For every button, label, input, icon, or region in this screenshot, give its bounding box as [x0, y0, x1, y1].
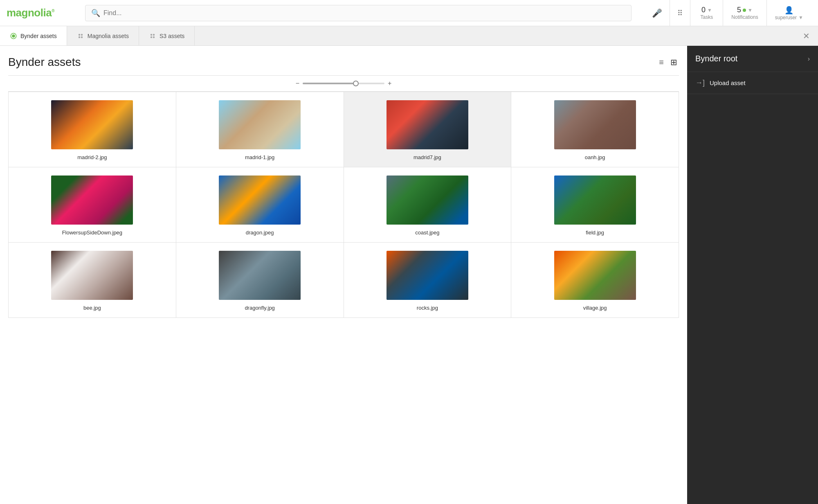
asset-thumbnail-flowers [51, 176, 133, 225]
asset-item-madrid1[interactable]: madrid-1.jpg [176, 92, 344, 167]
asset-item-dragon[interactable]: dragon.jpeg [176, 167, 344, 243]
notifications-button[interactable]: 5 ▼ Notifications [723, 0, 766, 26]
upload-asset-label: Upload asset [710, 79, 746, 86]
tab-bynder-assets[interactable]: Bynder assets [0, 26, 67, 45]
asset-item-village[interactable]: village.jpg [511, 243, 679, 318]
user-label: superuser [775, 15, 797, 20]
topbar-actions: 🎤 ⠿ 0 ▼ Tasks 5 ▼ Notifications 👤 superu… [645, 0, 811, 26]
user-icon: 👤 [784, 6, 793, 15]
zoom-slider-thumb[interactable] [353, 81, 359, 86]
search-bar[interactable]: 🔍 [85, 5, 631, 21]
asset-name-oanh: oanh.jpg [585, 154, 605, 160]
asset-grid: madrid-2.jpg madrid-1.jpg madrid7.jpg oa… [8, 92, 679, 318]
asset-thumbnail-madrid1 [219, 100, 301, 149]
logo-trademark: ® [52, 9, 54, 13]
zoom-out-button[interactable]: − [296, 80, 299, 87]
asset-thumbnail-bee [51, 251, 133, 300]
asset-thumbnail-rocks [387, 251, 468, 300]
notifications-chevron-icon: ▼ [748, 7, 753, 13]
tasks-count: 0 ▼ [701, 6, 712, 14]
apps-grid-button[interactable]: ⠿ [670, 0, 690, 26]
grid-view-button[interactable]: ⊞ [669, 56, 679, 69]
asset-thumbnail-oanh [554, 100, 636, 149]
tasks-label: Tasks [701, 14, 713, 20]
asset-item-madrid2[interactable]: madrid-2.jpg [9, 92, 176, 167]
asset-thumbnail-coast [387, 176, 468, 225]
asset-thumbnail-dragon [219, 176, 301, 225]
panel-header: Bynder root › [687, 46, 818, 72]
panel-title: Bynder root [695, 54, 737, 63]
content-area: Bynder assets ≡ ⊞ − + madrid-2.jpg ma [0, 46, 687, 504]
asset-item-bee[interactable]: bee.jpg [9, 243, 176, 318]
notifications-count: 5 ▼ [737, 6, 753, 14]
tab-magnolia-assets[interactable]: Magnolia assets [67, 26, 139, 45]
asset-item-field[interactable]: field.jpg [511, 167, 679, 243]
tab-bynder-label: Bynder assets [20, 33, 57, 39]
main-layout: Bynder assets ≡ ⊞ − + madrid-2.jpg ma [0, 46, 818, 504]
asset-name-madrid2: madrid-2.jpg [77, 154, 107, 160]
asset-name-dragon: dragon.jpeg [246, 230, 274, 236]
tab-s3-label: S3 assets [160, 33, 184, 39]
asset-item-oanh[interactable]: oanh.jpg [511, 92, 679, 167]
search-input[interactable] [103, 9, 625, 17]
asset-thumbnail-dragonfly [219, 251, 301, 300]
notifications-label: Notifications [731, 14, 758, 20]
logo-text: magnolia® [7, 7, 54, 19]
logo: magnolia® [7, 7, 72, 19]
panel-chevron-icon: › [808, 55, 810, 63]
view-controls: ≡ ⊞ [657, 56, 679, 69]
s3-tab-icon [149, 32, 156, 40]
asset-item-dragonfly[interactable]: dragonfly.jpg [176, 243, 344, 318]
search-icon: 🔍 [91, 9, 100, 18]
asset-name-dragonfly: dragonfly.jpg [245, 305, 274, 311]
user-chevron-icon: ▼ [798, 15, 803, 20]
tab-magnolia-label: Magnolia assets [88, 33, 129, 39]
page-title: Bynder assets [8, 56, 81, 69]
asset-thumbnail-madrid2 [51, 100, 133, 149]
asset-name-bee: bee.jpg [83, 305, 101, 311]
asset-name-coast: coast.jpeg [415, 230, 439, 236]
svg-point-6 [151, 34, 153, 36]
magnolia-tab-icon [77, 32, 84, 40]
notification-dot [743, 9, 746, 12]
asset-thumbnail-madrid7 [387, 100, 468, 149]
asset-item-madrid7[interactable]: madrid7.jpg [344, 92, 512, 167]
zoom-in-button[interactable]: + [388, 80, 391, 87]
tabs-bar: Bynder assets Magnolia assets S3 assets … [0, 26, 818, 46]
asset-thumbnail-field [554, 176, 636, 225]
tab-s3-assets[interactable]: S3 assets [139, 26, 195, 45]
asset-item-coast[interactable]: coast.jpeg [344, 167, 512, 243]
asset-name-village: village.jpg [583, 305, 607, 311]
asset-name-madrid7: madrid7.jpg [413, 154, 441, 160]
right-panel: Bynder root › →] Upload asset [687, 46, 818, 504]
svg-point-9 [153, 36, 155, 38]
svg-point-5 [81, 36, 83, 38]
upload-icon: →] [695, 79, 705, 87]
tasks-chevron-icon: ▼ [707, 7, 712, 13]
zoom-slider-row: − + [8, 75, 679, 92]
svg-point-8 [151, 36, 153, 38]
close-tabs-button[interactable]: ✕ [795, 31, 818, 41]
svg-point-7 [153, 34, 155, 36]
zoom-slider-track[interactable] [303, 83, 384, 84]
asset-item-rocks[interactable]: rocks.jpg [344, 243, 512, 318]
content-header: Bynder assets ≡ ⊞ [8, 56, 679, 69]
tasks-button[interactable]: 0 ▼ Tasks [690, 0, 723, 26]
asset-name-rocks: rocks.jpg [417, 305, 438, 311]
asset-thumbnail-village [554, 251, 636, 300]
zoom-slider-fill [303, 83, 356, 84]
svg-point-4 [78, 36, 80, 38]
user-menu-button[interactable]: 👤 superuser ▼ [766, 0, 811, 26]
asset-name-madrid1: madrid-1.jpg [245, 154, 274, 160]
asset-name-field: field.jpg [586, 230, 604, 236]
asset-item-flowers[interactable]: FlowersupSideDown.jpeg [9, 167, 176, 243]
asset-name-flowers: FlowersupSideDown.jpeg [62, 230, 122, 236]
bynder-icon [10, 32, 17, 40]
svg-point-3 [81, 34, 83, 36]
svg-point-2 [78, 34, 80, 36]
topbar: magnolia® 🔍 🎤 ⠿ 0 ▼ Tasks 5 ▼ Notificati… [0, 0, 818, 26]
mic-button[interactable]: 🎤 [645, 8, 670, 18]
upload-asset-button[interactable]: →] Upload asset [687, 72, 818, 94]
svg-point-0 [12, 34, 15, 38]
list-view-button[interactable]: ≡ [657, 56, 665, 69]
